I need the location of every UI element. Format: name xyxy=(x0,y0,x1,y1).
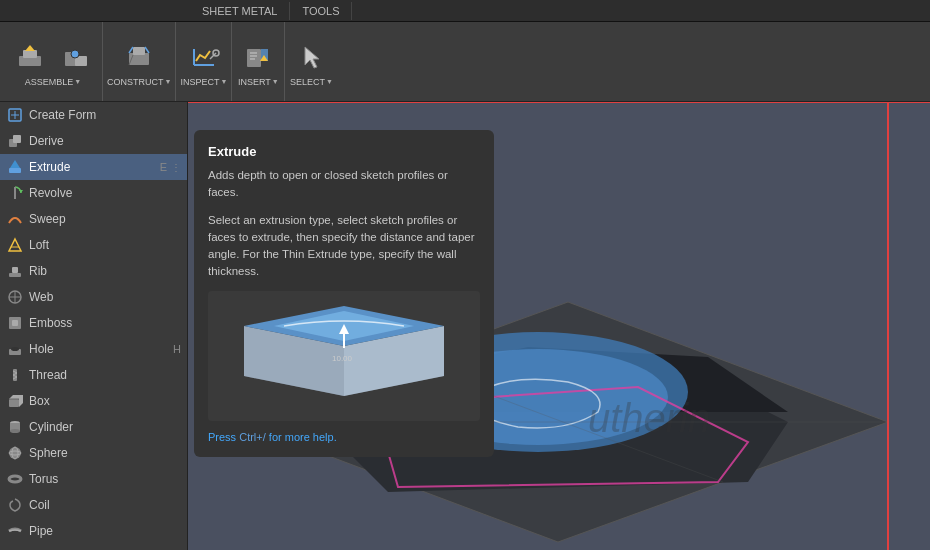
hole-icon xyxy=(6,340,24,358)
toolbar-section-assemble: ASSEMBLE ▼ xyxy=(4,22,103,101)
toolbar-section-construct: CONSTRUCT ▼ xyxy=(103,22,176,101)
nav-tab-tools[interactable]: TOOLS xyxy=(290,2,352,20)
sidebar-item-torus[interactable]: Torus xyxy=(0,466,187,492)
assemble-label[interactable]: ASSEMBLE ▼ xyxy=(25,77,81,87)
sidebar-label-revolve: Revolve xyxy=(29,186,72,200)
svg-point-52 xyxy=(9,476,21,482)
assemble-btn-1[interactable] xyxy=(8,37,52,77)
tooltip-title: Extrude xyxy=(208,144,480,159)
cylinder-icon xyxy=(6,418,24,436)
sidebar-label-web: Web xyxy=(29,290,53,304)
inspect-label[interactable]: INSPECT ▼ xyxy=(180,77,227,87)
sidebar-item-revolve[interactable]: Revolve xyxy=(0,180,187,206)
construct-label[interactable]: CONSTRUCT ▼ xyxy=(107,77,171,87)
assemble-btn-2[interactable] xyxy=(54,37,98,77)
sidebar-label-cylinder: Cylinder xyxy=(29,420,73,434)
sidebar-item-pipe[interactable]: Pipe xyxy=(0,518,187,544)
svg-rect-7 xyxy=(133,47,145,55)
svg-text:10.00: 10.00 xyxy=(332,354,353,363)
nav-tab-sheet-metal[interactable]: SHEET METAL xyxy=(190,2,290,20)
insert-dropdown-arrow: ▼ xyxy=(272,78,279,85)
sphere-icon xyxy=(6,444,24,462)
svg-rect-27 xyxy=(9,168,21,173)
sidebar-item-extrude[interactable]: Extrude E ⋮ xyxy=(0,154,187,180)
svg-rect-26 xyxy=(13,135,21,143)
svg-rect-33 xyxy=(9,273,21,277)
svg-marker-31 xyxy=(9,239,21,251)
toolbar-section-inspect: INSPECT ▼ xyxy=(176,22,232,101)
assemble-dropdown-arrow: ▼ xyxy=(74,78,81,85)
main-area: Create Form Derive Extrude E ⋮ Revolve xyxy=(0,102,930,550)
sidebar-item-sphere[interactable]: Sphere xyxy=(0,440,187,466)
sidebar-label-create-form: Create Form xyxy=(29,108,96,122)
extrude-more-icon: ⋮ xyxy=(171,162,181,173)
sidebar-item-sweep[interactable]: Sweep xyxy=(0,206,187,232)
svg-marker-28 xyxy=(10,160,20,168)
derive-icon xyxy=(6,132,24,150)
viewport[interactable]: utherin Extrude Adds depth to open or cl… xyxy=(188,102,930,550)
sidebar-label-emboss: Emboss xyxy=(29,316,72,330)
extrude-shortcut: E xyxy=(160,161,167,173)
svg-line-8 xyxy=(129,47,133,53)
sweep-icon xyxy=(6,210,24,228)
insert-icon xyxy=(242,41,274,73)
sidebar-item-loft[interactable]: Loft xyxy=(0,232,187,258)
toolbar: ASSEMBLE ▼ CONSTRUCT ▼ xyxy=(0,22,930,102)
sidebar: Create Form Derive Extrude E ⋮ Revolve xyxy=(0,102,188,550)
thread-icon xyxy=(6,366,24,384)
svg-rect-39 xyxy=(12,320,18,326)
assemble-icon-2 xyxy=(60,41,92,73)
svg-rect-34 xyxy=(12,267,18,273)
svg-rect-1 xyxy=(23,50,37,58)
nav-bar: SHEET METAL TOOLS xyxy=(0,0,930,22)
tooltip-desc1: Adds depth to open or closed sketch prof… xyxy=(208,167,480,202)
rib-icon xyxy=(6,262,24,280)
tooltip-help-text: Press xyxy=(208,431,239,443)
construct-dropdown-arrow: ▼ xyxy=(165,78,172,85)
sidebar-item-emboss[interactable]: Emboss xyxy=(0,310,187,336)
sidebar-item-box[interactable]: Box xyxy=(0,388,187,414)
extrude-icon xyxy=(6,158,24,176)
sidebar-label-rib: Rib xyxy=(29,264,47,278)
svg-marker-2 xyxy=(25,45,35,51)
emboss-icon xyxy=(6,314,24,332)
tooltip-footer: Press Ctrl+/ for more help. xyxy=(208,431,480,443)
svg-point-49 xyxy=(9,447,21,459)
svg-point-41 xyxy=(11,347,19,351)
sidebar-item-hole[interactable]: Hole H xyxy=(0,336,187,362)
sidebar-label-loft: Loft xyxy=(29,238,49,252)
torus-icon xyxy=(6,470,24,488)
sidebar-item-create-form[interactable]: Create Form xyxy=(0,102,187,128)
tooltip-desc2: Select an extrusion type, select sketch … xyxy=(208,212,480,281)
hole-shortcut: H xyxy=(173,343,181,355)
svg-rect-15 xyxy=(247,49,261,67)
sidebar-label-coil: Coil xyxy=(29,498,50,512)
sidebar-label-pipe: Pipe xyxy=(29,524,53,538)
sidebar-item-web[interactable]: Web xyxy=(0,284,187,310)
svg-marker-29 xyxy=(19,190,23,193)
sidebar-item-cylinder[interactable]: Cylinder xyxy=(0,414,187,440)
sidebar-label-sphere: Sphere xyxy=(29,446,68,460)
sidebar-label-derive: Derive xyxy=(29,134,64,148)
tooltip-popup: Extrude Adds depth to open or closed ske… xyxy=(194,130,494,457)
inspect-btn[interactable] xyxy=(182,37,226,77)
select-label[interactable]: SELECT ▼ xyxy=(290,77,333,87)
insert-btn[interactable] xyxy=(236,37,280,77)
sidebar-item-thread[interactable]: Thread xyxy=(0,362,187,388)
svg-rect-30 xyxy=(14,187,16,199)
svg-point-5 xyxy=(71,50,79,58)
select-btn[interactable] xyxy=(289,37,333,77)
sidebar-item-coil[interactable]: Coil xyxy=(0,492,187,518)
sidebar-item-pattern[interactable]: Pattern ▶ xyxy=(0,544,187,550)
sidebar-label-box: Box xyxy=(29,394,50,408)
sidebar-item-derive[interactable]: Derive xyxy=(0,128,187,154)
inspect-dropdown-arrow: ▼ xyxy=(220,78,227,85)
insert-label[interactable]: INSERT ▼ xyxy=(238,77,279,87)
sidebar-label-sweep: Sweep xyxy=(29,212,66,226)
tooltip-shortcut: Ctrl+/ xyxy=(239,431,266,443)
svg-line-9 xyxy=(145,47,149,53)
construct-btn[interactable] xyxy=(117,37,161,77)
toolbar-section-insert: INSERT ▼ xyxy=(232,22,285,101)
select-icon xyxy=(295,41,327,73)
sidebar-item-rib[interactable]: Rib xyxy=(0,258,187,284)
